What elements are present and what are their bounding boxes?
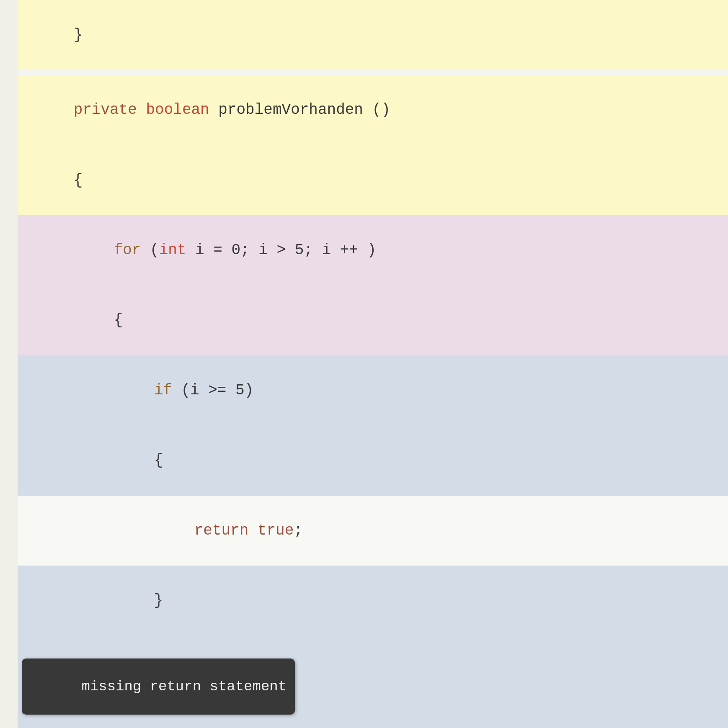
- keyword-if: if: [154, 382, 172, 399]
- keyword-return: return: [194, 522, 249, 539]
- boolean-true: true: [258, 522, 294, 539]
- for-loop-line[interactable]: for (int i = 0; i > 5; i ++ ): [18, 215, 728, 285]
- method-signature[interactable]: private boolean problemVorhanden (): [18, 75, 728, 145]
- keyword-boolean: boolean: [146, 101, 209, 118]
- error-tooltip: missing return statement: [22, 659, 295, 715]
- brace-close: }: [74, 26, 83, 44]
- keyword-private: private: [74, 101, 137, 118]
- editor-gutter: [0, 0, 18, 728]
- code-line[interactable]: {: [18, 145, 728, 215]
- code-line[interactable]: {: [18, 286, 728, 355]
- code-line[interactable]: }: [18, 0, 728, 70]
- return-statement[interactable]: return true;: [18, 496, 728, 566]
- keyword-for: for: [114, 242, 141, 259]
- keyword-int: int: [159, 242, 186, 259]
- code-editor[interactable]: } private boolean problemVorhanden () { …: [0, 0, 728, 728]
- code-line[interactable]: {: [18, 425, 728, 495]
- if-statement[interactable]: if (i >= 5): [18, 355, 728, 425]
- brace-open: {: [114, 311, 123, 329]
- tooltip-message: missing return statement: [81, 679, 287, 695]
- parentheses: (): [372, 101, 390, 118]
- brace-open: {: [154, 452, 163, 469]
- brace-close: }: [154, 592, 163, 609]
- code-line[interactable]: }: [18, 566, 728, 635]
- code-area[interactable]: } private boolean problemVorhanden () { …: [18, 0, 728, 728]
- method-name: problemVorhanden: [218, 101, 363, 118]
- brace-open: {: [74, 172, 83, 189]
- block-gap: [18, 70, 728, 75]
